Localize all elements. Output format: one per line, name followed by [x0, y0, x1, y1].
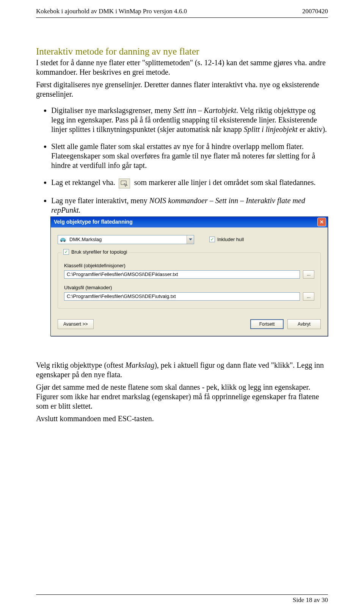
footer-page-number: Side 18 av 30 — [293, 596, 328, 604]
after-paragraph-2: Gjør det samme med de neste flatene som … — [36, 383, 328, 411]
svg-rect-0 — [121, 181, 126, 185]
rectangle-select-tool-icon — [119, 179, 130, 188]
header-left: Kokebok i ajourhold av DMK i WinMap Pro … — [36, 8, 187, 15]
browse-button[interactable]: ... — [303, 292, 314, 301]
bullet-item-2: Slett alle gamle flater som skal erstatt… — [51, 142, 328, 170]
car-icon — [58, 235, 68, 244]
topology-files-group: ✓ Bruk styrefiler for topologi Klassefil… — [58, 252, 321, 309]
chevron-down-icon[interactable] — [187, 235, 194, 244]
header-rule — [36, 17, 328, 18]
footer-rule — [36, 594, 328, 595]
utvalg-label: Utvalgsfil (temakoder) — [64, 285, 314, 291]
after-paragraph-3: Avslutt kommandoen med ESC-tasten. — [36, 414, 328, 423]
dialog-title: Velg objektype for flatedanning — [54, 219, 133, 226]
klassefil-input[interactable]: C:\Programfiler\Fellesfiler\GMSOSI\DEF\k… — [64, 270, 300, 279]
header-right: 20070420 — [302, 8, 328, 15]
intro-paragraph-2: Først digitaliseres nye grenselinjer. De… — [36, 80, 328, 99]
browse-button[interactable]: ... — [303, 270, 314, 279]
checkbox-icon: ✓ — [209, 237, 215, 242]
checkbox-icon[interactable]: ✓ — [63, 249, 69, 255]
include-holes-checkbox[interactable]: ✓ Inkluder hull — [209, 237, 244, 243]
include-holes-label: Inkluder hull — [217, 237, 244, 243]
section-title: Interaktiv metode for danning av nye fla… — [36, 45, 328, 57]
dialog-titlebar[interactable]: Velg objektype for flatedanning ✕ — [51, 217, 328, 227]
bullet-item-1: Digitaliser nye markslagsgrenser, meny S… — [51, 106, 328, 134]
bullet-item-4: Lag nye flater interaktivt, meny NOIS ko… — [51, 196, 328, 337]
klassefil-label: Klassefil (objektdefinisjoner) — [64, 263, 314, 269]
advanced-button[interactable]: Avansert >> — [58, 319, 94, 329]
group-legend-label: Bruk styrefiler for topologi — [71, 249, 127, 255]
svg-point-2 — [64, 240, 65, 242]
objecttype-combo[interactable]: DMK.Markslag — [58, 235, 194, 244]
utvalg-input[interactable]: C:\Programfiler\Fellesfiler\GMSOSI\DEF\u… — [64, 292, 300, 301]
dialog-window: Velg objektype for flatedanning ✕ DMK.Ma… — [50, 216, 328, 337]
bullet-item-3: Lag et rektangel vha. som markerer alle … — [51, 178, 328, 188]
close-icon[interactable]: ✕ — [317, 218, 326, 226]
continue-button[interactable]: Fortsett — [250, 319, 284, 329]
after-paragraph-1: Velg riktig objekttype (oftest Markslag)… — [36, 361, 328, 379]
intro-paragraph-1: I stedet for å danne nye flater etter "s… — [36, 58, 328, 77]
cancel-button[interactable]: Avbryt — [287, 319, 321, 329]
objecttype-value: DMK.Markslag — [68, 235, 187, 244]
svg-point-1 — [61, 240, 62, 242]
